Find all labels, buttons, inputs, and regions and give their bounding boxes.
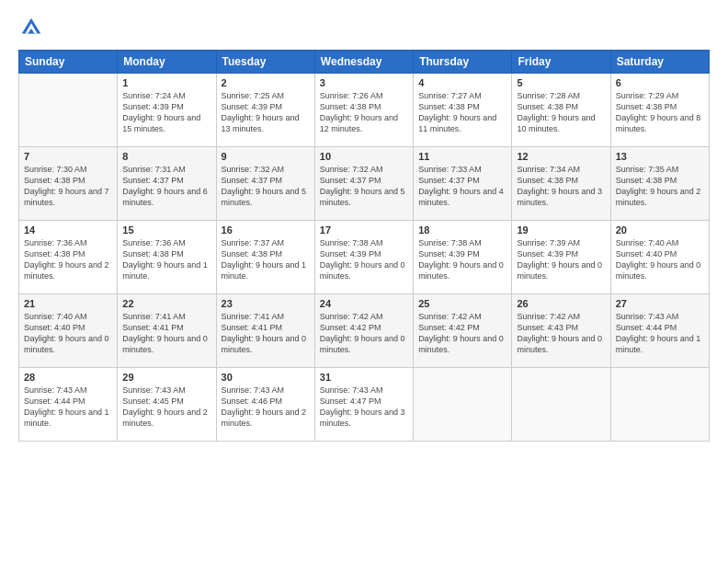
calendar-cell: 10Sunrise: 7:32 AMSunset: 4:37 PMDayligh… xyxy=(314,147,413,221)
day-info: Sunrise: 7:41 AMSunset: 4:41 PMDaylight:… xyxy=(122,311,210,356)
day-number: 17 xyxy=(320,224,408,236)
weekday-header: Wednesday xyxy=(314,51,413,74)
day-info: Sunrise: 7:29 AMSunset: 4:38 PMDaylight:… xyxy=(616,90,704,135)
calendar-cell: 11Sunrise: 7:33 AMSunset: 4:37 PMDayligh… xyxy=(414,147,512,221)
calendar-cell: 9Sunrise: 7:32 AMSunset: 4:37 PMDaylight… xyxy=(216,147,314,221)
calendar-cell: 2Sunrise: 7:25 AMSunset: 4:39 PMDaylight… xyxy=(216,74,314,147)
day-number: 13 xyxy=(616,151,704,162)
day-info: Sunrise: 7:40 AMSunset: 4:40 PMDaylight:… xyxy=(616,237,704,282)
calendar-cell: 6Sunrise: 7:29 AMSunset: 4:38 PMDaylight… xyxy=(610,74,709,147)
day-number: 2 xyxy=(222,77,310,88)
calendar-week-row: 21Sunrise: 7:40 AMSunset: 4:40 PMDayligh… xyxy=(19,294,710,368)
logo xyxy=(18,15,48,40)
day-number: 18 xyxy=(418,224,506,236)
day-info: Sunrise: 7:32 AMSunset: 4:37 PMDaylight:… xyxy=(222,164,310,209)
day-info: Sunrise: 7:43 AMSunset: 4:45 PMDaylight:… xyxy=(122,385,210,430)
day-number: 15 xyxy=(122,224,210,236)
day-number: 23 xyxy=(222,298,310,309)
weekday-header: Monday xyxy=(118,51,216,74)
logo-icon xyxy=(18,15,44,40)
day-number: 11 xyxy=(418,151,506,162)
day-number: 27 xyxy=(616,298,704,309)
day-number: 5 xyxy=(517,77,605,88)
day-number: 12 xyxy=(517,151,605,162)
day-number: 20 xyxy=(616,224,704,236)
calendar-cell: 21Sunrise: 7:40 AMSunset: 4:40 PMDayligh… xyxy=(19,294,118,368)
day-info: Sunrise: 7:31 AMSunset: 4:37 PMDaylight:… xyxy=(122,164,210,209)
calendar: SundayMondayTuesdayWednesdayThursdayFrid… xyxy=(18,50,710,442)
calendar-cell: 29Sunrise: 7:43 AMSunset: 4:45 PMDayligh… xyxy=(118,368,216,442)
calendar-cell: 1Sunrise: 7:24 AMSunset: 4:39 PMDaylight… xyxy=(118,74,216,147)
calendar-cell xyxy=(19,74,118,147)
calendar-cell xyxy=(512,368,610,442)
calendar-cell: 16Sunrise: 7:37 AMSunset: 4:38 PMDayligh… xyxy=(216,221,314,294)
weekday-header: Sunday xyxy=(19,51,118,74)
day-info: Sunrise: 7:39 AMSunset: 4:39 PMDaylight:… xyxy=(517,237,605,282)
weekday-header-row: SundayMondayTuesdayWednesdayThursdayFrid… xyxy=(19,51,710,74)
day-info: Sunrise: 7:36 AMSunset: 4:38 PMDaylight:… xyxy=(122,237,210,282)
day-info: Sunrise: 7:26 AMSunset: 4:38 PMDaylight:… xyxy=(320,90,408,135)
calendar-cell: 23Sunrise: 7:41 AMSunset: 4:41 PMDayligh… xyxy=(216,294,314,368)
calendar-cell: 20Sunrise: 7:40 AMSunset: 4:40 PMDayligh… xyxy=(610,221,709,294)
day-number: 25 xyxy=(418,298,506,309)
calendar-cell: 13Sunrise: 7:35 AMSunset: 4:38 PMDayligh… xyxy=(610,147,709,221)
calendar-cell: 12Sunrise: 7:34 AMSunset: 4:38 PMDayligh… xyxy=(512,147,610,221)
day-number: 24 xyxy=(320,298,408,309)
calendar-cell xyxy=(610,368,709,442)
page: SundayMondayTuesdayWednesdayThursdayFrid… xyxy=(0,0,728,563)
header xyxy=(18,15,710,40)
day-number: 9 xyxy=(222,151,310,162)
calendar-cell: 24Sunrise: 7:42 AMSunset: 4:42 PMDayligh… xyxy=(314,294,413,368)
day-number: 21 xyxy=(24,298,112,309)
calendar-cell: 27Sunrise: 7:43 AMSunset: 4:44 PMDayligh… xyxy=(610,294,709,368)
day-number: 10 xyxy=(320,151,408,162)
weekday-header: Thursday xyxy=(414,51,512,74)
day-info: Sunrise: 7:42 AMSunset: 4:42 PMDaylight:… xyxy=(320,311,408,356)
day-number: 14 xyxy=(24,224,112,236)
day-info: Sunrise: 7:35 AMSunset: 4:38 PMDaylight:… xyxy=(616,164,704,209)
day-info: Sunrise: 7:42 AMSunset: 4:42 PMDaylight:… xyxy=(418,311,506,356)
calendar-cell: 25Sunrise: 7:42 AMSunset: 4:42 PMDayligh… xyxy=(414,294,512,368)
day-info: Sunrise: 7:41 AMSunset: 4:41 PMDaylight:… xyxy=(222,311,310,356)
day-number: 3 xyxy=(320,77,408,88)
weekday-header: Saturday xyxy=(610,51,709,74)
calendar-cell: 14Sunrise: 7:36 AMSunset: 4:38 PMDayligh… xyxy=(19,221,118,294)
weekday-header: Friday xyxy=(512,51,610,74)
day-number: 7 xyxy=(24,151,112,162)
day-info: Sunrise: 7:28 AMSunset: 4:38 PMDaylight:… xyxy=(517,90,605,135)
calendar-cell xyxy=(414,368,512,442)
day-number: 26 xyxy=(517,298,605,309)
day-info: Sunrise: 7:43 AMSunset: 4:44 PMDaylight:… xyxy=(24,385,112,430)
day-info: Sunrise: 7:43 AMSunset: 4:47 PMDaylight:… xyxy=(320,385,408,430)
day-number: 30 xyxy=(222,372,310,383)
day-info: Sunrise: 7:32 AMSunset: 4:37 PMDaylight:… xyxy=(320,164,408,209)
day-number: 22 xyxy=(122,298,210,309)
calendar-cell: 5Sunrise: 7:28 AMSunset: 4:38 PMDaylight… xyxy=(512,74,610,147)
calendar-cell: 26Sunrise: 7:42 AMSunset: 4:43 PMDayligh… xyxy=(512,294,610,368)
calendar-cell: 3Sunrise: 7:26 AMSunset: 4:38 PMDaylight… xyxy=(314,74,413,147)
day-number: 1 xyxy=(122,77,210,88)
day-info: Sunrise: 7:43 AMSunset: 4:44 PMDaylight:… xyxy=(616,311,704,356)
calendar-cell: 28Sunrise: 7:43 AMSunset: 4:44 PMDayligh… xyxy=(19,368,118,442)
calendar-cell: 17Sunrise: 7:38 AMSunset: 4:39 PMDayligh… xyxy=(314,221,413,294)
day-number: 19 xyxy=(517,224,605,236)
day-number: 6 xyxy=(616,77,704,88)
day-info: Sunrise: 7:34 AMSunset: 4:38 PMDaylight:… xyxy=(517,164,605,209)
day-info: Sunrise: 7:43 AMSunset: 4:46 PMDaylight:… xyxy=(222,385,310,430)
calendar-week-row: 14Sunrise: 7:36 AMSunset: 4:38 PMDayligh… xyxy=(19,221,710,294)
day-info: Sunrise: 7:33 AMSunset: 4:37 PMDaylight:… xyxy=(418,164,506,209)
day-info: Sunrise: 7:38 AMSunset: 4:39 PMDaylight:… xyxy=(418,237,506,282)
day-number: 31 xyxy=(320,372,408,383)
calendar-cell: 8Sunrise: 7:31 AMSunset: 4:37 PMDaylight… xyxy=(118,147,216,221)
calendar-cell: 4Sunrise: 7:27 AMSunset: 4:38 PMDaylight… xyxy=(414,74,512,147)
calendar-cell: 15Sunrise: 7:36 AMSunset: 4:38 PMDayligh… xyxy=(118,221,216,294)
day-info: Sunrise: 7:42 AMSunset: 4:43 PMDaylight:… xyxy=(517,311,605,356)
calendar-week-row: 1Sunrise: 7:24 AMSunset: 4:39 PMDaylight… xyxy=(19,74,710,147)
day-number: 16 xyxy=(222,224,310,236)
day-info: Sunrise: 7:27 AMSunset: 4:38 PMDaylight:… xyxy=(418,90,506,135)
day-info: Sunrise: 7:37 AMSunset: 4:38 PMDaylight:… xyxy=(222,237,310,282)
day-info: Sunrise: 7:40 AMSunset: 4:40 PMDaylight:… xyxy=(24,311,112,356)
day-info: Sunrise: 7:36 AMSunset: 4:38 PMDaylight:… xyxy=(24,237,112,282)
calendar-week-row: 28Sunrise: 7:43 AMSunset: 4:44 PMDayligh… xyxy=(19,368,710,442)
calendar-cell: 22Sunrise: 7:41 AMSunset: 4:41 PMDayligh… xyxy=(118,294,216,368)
